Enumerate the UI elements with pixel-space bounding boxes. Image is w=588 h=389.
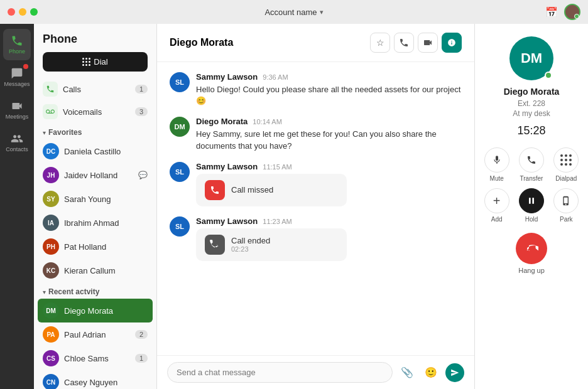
sidebar-item-calls[interactable]: Calls 1 bbox=[34, 78, 156, 100]
msg-content-m1: Sammy Lawson 9:36 AM Hello Diego! Could … bbox=[196, 72, 462, 107]
contact-avatar-large: DM bbox=[509, 36, 553, 80]
message-m4: SL Sammy Lawson 11:23 AM Call ended 02:2… bbox=[170, 216, 462, 261]
mute-button[interactable]: Mute bbox=[482, 147, 511, 182]
video-call-button[interactable] bbox=[418, 33, 438, 53]
account-name-label: Account name bbox=[264, 8, 317, 17]
info-button[interactable] bbox=[442, 33, 462, 53]
add-icon: + bbox=[484, 188, 509, 213]
dialpad-icon bbox=[82, 58, 90, 66]
calendar-icon[interactable]: 📅 bbox=[545, 6, 558, 18]
msg-sender-m3: Sammy Lawson bbox=[196, 162, 258, 171]
park-button[interactable]: Park bbox=[552, 188, 580, 223]
send-button[interactable] bbox=[445, 363, 464, 382]
minimize-button[interactable] bbox=[19, 8, 26, 16]
calls-label: Calls bbox=[63, 85, 135, 94]
avatar-m1: SL bbox=[170, 72, 190, 92]
add-button[interactable]: + Add bbox=[482, 188, 511, 223]
voicemails-badge: 3 bbox=[135, 107, 148, 116]
name-kieran: Kieran Callum bbox=[64, 266, 148, 275]
call-card-missed: Call missed bbox=[196, 174, 347, 206]
app-body: Phone Messages Meetings Contacts Phone bbox=[0, 24, 588, 389]
nav-item-phone[interactable]: Phone bbox=[3, 29, 31, 60]
hang-up-label: Hang up bbox=[518, 267, 545, 274]
online-indicator bbox=[545, 72, 552, 79]
message-m1: SL Sammy Lawson 9:36 AM Hello Diego! Cou… bbox=[170, 72, 462, 107]
voice-call-button[interactable] bbox=[394, 33, 414, 53]
message-m3: SL Sammy Lawson 11:15 AM Call missed bbox=[170, 162, 462, 206]
favorites-section-header[interactable]: ▾ Favorites bbox=[34, 123, 156, 139]
msg-sender-m4: Sammy Lawson bbox=[196, 216, 258, 226]
sidebar-item-voicemails[interactable]: Voicemails 3 bbox=[34, 100, 156, 123]
user-avatar[interactable] bbox=[564, 4, 580, 20]
msg-header-m1: Sammy Lawson 9:36 AM bbox=[196, 72, 462, 82]
sidebar-item-pat[interactable]: PH Pat Holland bbox=[34, 235, 156, 258]
star-button[interactable]: ☆ bbox=[370, 33, 390, 53]
hold-label: Hold bbox=[525, 216, 538, 223]
header-actions: ☆ bbox=[370, 33, 462, 53]
nav-item-messages[interactable]: Messages bbox=[3, 61, 31, 93]
hang-up-button[interactable] bbox=[516, 233, 547, 264]
attachment-button[interactable]: 📎 bbox=[398, 363, 416, 382]
name-pat: Pat Holland bbox=[64, 242, 148, 252]
msg-content-m4: Sammy Lawson 11:23 AM Call ended 02:23 bbox=[196, 216, 462, 261]
titlebar-title: Account name ▾ bbox=[264, 8, 323, 17]
avatar-m3: SL bbox=[170, 162, 190, 182]
nav-meetings-label: Meetings bbox=[6, 114, 29, 120]
favorites-chevron-icon: ▾ bbox=[43, 129, 46, 136]
hold-button[interactable]: Hold bbox=[517, 188, 545, 223]
sidebar-item-chloe[interactable]: CS Chloe Sams 1 bbox=[34, 346, 156, 370]
sidebar-item-ibrahim[interactable]: IA Ibrahim Ahmad bbox=[34, 211, 156, 235]
chat-input[interactable] bbox=[167, 362, 393, 383]
dial-button[interactable]: Dial bbox=[43, 52, 148, 72]
nav-item-meetings[interactable]: Meetings bbox=[3, 94, 31, 125]
ended-call-info: Call ended 02:23 bbox=[231, 236, 270, 253]
msg-content-m2: Diego Morata 10:14 AM Hey Sammy, sure le… bbox=[196, 117, 462, 151]
msg-header-m2: Diego Morata 10:14 AM bbox=[196, 117, 462, 126]
sidebar-item-kieran[interactable]: KC Kieran Callum bbox=[34, 258, 156, 282]
avatar-daniela: DC bbox=[43, 143, 59, 159]
calls-icon bbox=[43, 82, 58, 97]
recent-section-header[interactable]: ▾ Recent actvity bbox=[34, 282, 156, 299]
nav-phone-label: Phone bbox=[9, 48, 25, 55]
chat-messages: SL Sammy Lawson 9:36 AM Hello Diego! Cou… bbox=[157, 62, 474, 355]
recent-chevron-icon: ▾ bbox=[43, 289, 46, 296]
sidebar: Phone Dial Calls 1 bbox=[34, 24, 157, 389]
ended-call-icon bbox=[205, 235, 225, 255]
chat-icon: 💬 bbox=[138, 171, 148, 179]
avatar-paul: PA bbox=[43, 326, 59, 343]
sidebar-item-paul[interactable]: PA Paul Adrian 2 bbox=[34, 322, 156, 346]
contact-initials: DM bbox=[521, 50, 542, 67]
sidebar-item-casey[interactable]: CN Casey Nguyen bbox=[34, 370, 156, 389]
sidebar-item-jaidev[interactable]: JH Jaidev Holland 💬 bbox=[34, 163, 156, 187]
close-button[interactable] bbox=[8, 8, 15, 16]
sidebar-item-diego[interactable]: DM Diego Morata bbox=[38, 299, 153, 322]
name-chloe: Chloe Sams bbox=[64, 354, 135, 363]
dialpad-button[interactable]: Dialpad bbox=[552, 147, 580, 182]
name-casey: Casey Nguyen bbox=[64, 378, 148, 387]
avatar-ibrahim: IA bbox=[43, 215, 59, 231]
sidebar-item-sarah[interactable]: SY Sarah Young bbox=[34, 187, 156, 211]
calls-badge: 1 bbox=[135, 85, 148, 93]
name-jaidev: Jaidev Holland bbox=[64, 171, 138, 180]
sidebar-item-daniela[interactable]: DC Daniela Castillo bbox=[34, 139, 156, 163]
avatar-m4: SL bbox=[170, 216, 190, 237]
maximize-button[interactable] bbox=[30, 8, 38, 16]
msg-time-m1: 9:36 AM bbox=[263, 73, 288, 81]
avatar-kieran: KC bbox=[43, 262, 59, 279]
voicemail-icon bbox=[43, 104, 58, 119]
msg-sender-m2: Diego Morata bbox=[196, 117, 248, 126]
mute-label: Mute bbox=[490, 175, 504, 182]
avatar-sarah: SY bbox=[43, 191, 59, 207]
favorites-title: Favorites bbox=[48, 128, 82, 137]
park-label: Park bbox=[560, 216, 573, 223]
msg-time-m4: 11:23 AM bbox=[263, 218, 291, 225]
chevron-down-icon[interactable]: ▾ bbox=[320, 8, 324, 16]
recent-title: Recent actvity bbox=[48, 287, 99, 296]
voicemails-label: Voicemails bbox=[63, 107, 135, 117]
message-m2: DM Diego Morata 10:14 AM Hey Sammy, sure… bbox=[170, 117, 462, 151]
sidebar-header: Phone Dial bbox=[34, 24, 156, 78]
emoji-button[interactable]: 🙂 bbox=[422, 363, 440, 382]
chat-area: Diego Morata ☆ SL Sammy La bbox=[157, 24, 475, 389]
nav-item-contacts[interactable]: Contacts bbox=[3, 127, 31, 158]
transfer-button[interactable]: Transfer bbox=[517, 147, 545, 182]
